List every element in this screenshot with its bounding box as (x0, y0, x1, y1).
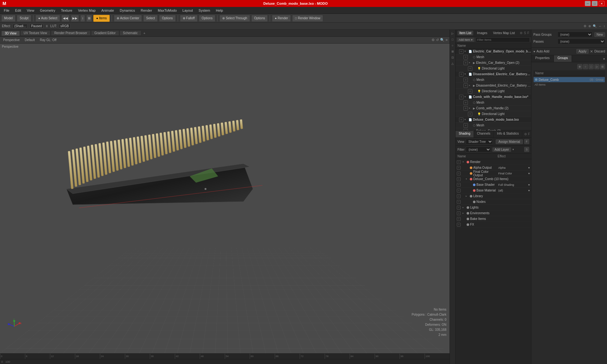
action-center-button[interactable]: ⊕ Action Center (114, 15, 142, 22)
items-button[interactable]: ● Items (93, 15, 110, 22)
menu-item-file[interactable]: File (1, 8, 12, 13)
visibility-icon[interactable]: ○ (459, 49, 463, 54)
add-layer-arrow[interactable]: ▾ (512, 148, 514, 151)
assign-material-button[interactable]: Assign Material (496, 139, 523, 144)
tab-channels[interactable]: Channels (474, 131, 494, 137)
discard-label[interactable]: Discard (594, 50, 605, 53)
visibility-icon[interactable]: ○ (468, 112, 472, 116)
panel-icon-f[interactable]: F (527, 31, 529, 35)
shader-item[interactable]: ○▸Library (456, 193, 531, 199)
add-layer-button[interactable]: Add Layer (492, 147, 511, 152)
shader-vis-icon[interactable]: ○ (457, 217, 461, 221)
tab-gradient-editor[interactable]: Gradient Editor (91, 30, 119, 36)
tab-schematic[interactable]: Schematic (120, 30, 141, 36)
menu-item-geometry[interactable]: Geometry (37, 8, 58, 13)
shader-vis-icon[interactable]: ○ (457, 189, 461, 192)
tree-item[interactable]: ○▾📄Electric_Car_Battery_Open_modo_base .… (456, 49, 531, 54)
vp-icon-1[interactable]: ⚙ (584, 24, 586, 28)
strip-icon-5[interactable]: ⊡ (450, 55, 455, 60)
vp-zoom-icon[interactable]: 🔍 (440, 38, 445, 42)
effect-dropdown-arrow[interactable]: ▾ (528, 166, 530, 169)
shader-filter-f-btn[interactable]: S (524, 147, 529, 152)
menu-item-system[interactable]: System (196, 8, 213, 13)
shader-tree-select[interactable]: Shader Tree (466, 139, 493, 144)
groups-tab[interactable]: Groups (554, 55, 572, 62)
close-button[interactable]: ✕ (599, 1, 604, 6)
panel-icon-1[interactable]: ⚙ (520, 31, 523, 35)
menu-item-texture[interactable]: Texture (58, 8, 75, 13)
groups-icon-btn-4[interactable]: ▷ (594, 64, 599, 69)
tree-item[interactable]: ○▾📄Disassembled_Electric_Car_Battery_mod… (456, 71, 531, 77)
select-through-options-button[interactable]: Options (251, 15, 268, 22)
shader-item[interactable]: ○Base ShaderFull Shading▾ (456, 182, 531, 188)
shader-item[interactable]: ○Nodes (456, 199, 531, 205)
autoselect-button[interactable]: ● Auto Select (35, 15, 60, 22)
vp-reset-icon[interactable]: ↺ (436, 38, 439, 42)
raygl-label[interactable]: Ray GL: Off (39, 38, 58, 42)
menu-item-help[interactable]: Help (213, 8, 226, 13)
shader-f-btn[interactable]: F (524, 139, 529, 144)
visibility-icon[interactable]: ○ (463, 61, 468, 65)
perspective-label[interactable]: Perspective (2, 38, 21, 42)
groups-item-deluxe-comb[interactable]: Deluxe_Comb (3) : Group (533, 77, 605, 82)
effect-dropdown-arrow[interactable]: ▾ (528, 189, 530, 192)
shading-icon-f[interactable]: F (528, 132, 530, 136)
shader-vis-icon[interactable]: ○ (457, 211, 461, 215)
groups-icon-btn-2[interactable]: ○ (583, 64, 588, 69)
strip-icon-3[interactable]: ○ (450, 43, 455, 48)
shader-vis-icon[interactable]: ○ (457, 160, 461, 164)
tree-item[interactable]: ○⬡Mesh (456, 54, 531, 60)
shader-vis-icon[interactable]: ○ (457, 177, 461, 181)
visibility-icon[interactable]: ○ (463, 106, 468, 111)
shader-vis-icon[interactable]: ○ (457, 166, 461, 170)
groups-icon-btn-3[interactable]: □ (589, 64, 594, 69)
tree-item[interactable]: ○▾▶Comb_with_Handle (2) (456, 106, 531, 111)
menu-item-maxtomodo[interactable]: MaxToModo (155, 8, 179, 13)
tab-images[interactable]: Images (475, 31, 489, 35)
panel-icon-s[interactable]: S (524, 31, 526, 35)
tree-item[interactable]: ○⬡Mesh (456, 100, 531, 106)
shader-item[interactable]: ○▸Environments (456, 210, 531, 216)
menu-item-render[interactable]: Render (138, 8, 155, 13)
viewport-3d[interactable]: Perspective (0, 44, 450, 353)
vp-more-icon[interactable]: ≡ (446, 38, 448, 42)
tree-item[interactable]: ○▾▶Disassembled_Electric_Car_Battery (2) (456, 83, 531, 88)
visibility-icon[interactable]: ○ (468, 89, 472, 94)
shader-item[interactable]: ○FX (456, 222, 531, 228)
tab-3d-view[interactable]: 3D View (1, 31, 20, 36)
render-button[interactable]: ● Render (272, 15, 291, 22)
tree-item[interactable]: ○▸▶Deluxe_Comb (2) (456, 128, 531, 130)
filter-items-input[interactable] (476, 37, 530, 42)
groups-icon-btn-5[interactable]: ⊞ (600, 64, 605, 69)
tab-info-stats[interactable]: Info & Statistics (494, 131, 522, 137)
tab-item-list[interactable]: Item List (457, 31, 473, 35)
menu-item-edit[interactable]: Edit (13, 8, 24, 13)
effect-dropdown-arrow[interactable]: ▾ (528, 183, 530, 186)
lut-value[interactable]: sRGB (59, 24, 71, 28)
effect-value[interactable]: (Shadi... (13, 24, 28, 28)
shader-vis-icon[interactable]: ○ (457, 223, 461, 227)
tree-item[interactable]: ○▾▶Electric_Car_Battery_Open (2) (456, 60, 531, 66)
shader-item[interactable]: ○▸Lights (456, 205, 531, 210)
shader-item[interactable]: ○Bake Items (456, 216, 531, 222)
visibility-icon[interactable]: ○ (468, 66, 472, 71)
tree-item[interactable]: ○▾📄Deluxe_Comb_modo_base.lxo (456, 117, 531, 123)
strip-icon-1[interactable]: ▷ (450, 31, 455, 36)
vp-settings-icon[interactable]: ⚙ (432, 38, 435, 42)
select-options-button[interactable]: Options (159, 15, 175, 22)
tab-shading[interactable]: Shading (456, 131, 474, 137)
tab-vertex-map-list[interactable]: Vertex Map List (491, 31, 517, 35)
shader-vis-icon[interactable]: ○ (457, 183, 461, 187)
minimize-button[interactable]: ─ (585, 1, 591, 6)
menu-item-view[interactable]: View (24, 8, 37, 13)
strip-icon-6[interactable]: △ (450, 61, 455, 66)
visibility-icon[interactable]: ○ (463, 123, 468, 128)
shader-item[interactable]: ○▾Deluxe_Comb (10 Items) (456, 176, 531, 182)
vp-icon-2[interactable]: ⊕ (588, 24, 591, 28)
visibility-icon[interactable]: ○ (463, 78, 468, 82)
properties-tab[interactable]: Properties (531, 55, 554, 62)
menu-item-animate[interactable]: Animate (99, 8, 116, 13)
menu-item-layout[interactable]: Layout (180, 8, 195, 13)
shader-item[interactable]: ○Base Material(all)▾ (456, 188, 531, 193)
maximize-button[interactable]: □ (592, 1, 598, 6)
